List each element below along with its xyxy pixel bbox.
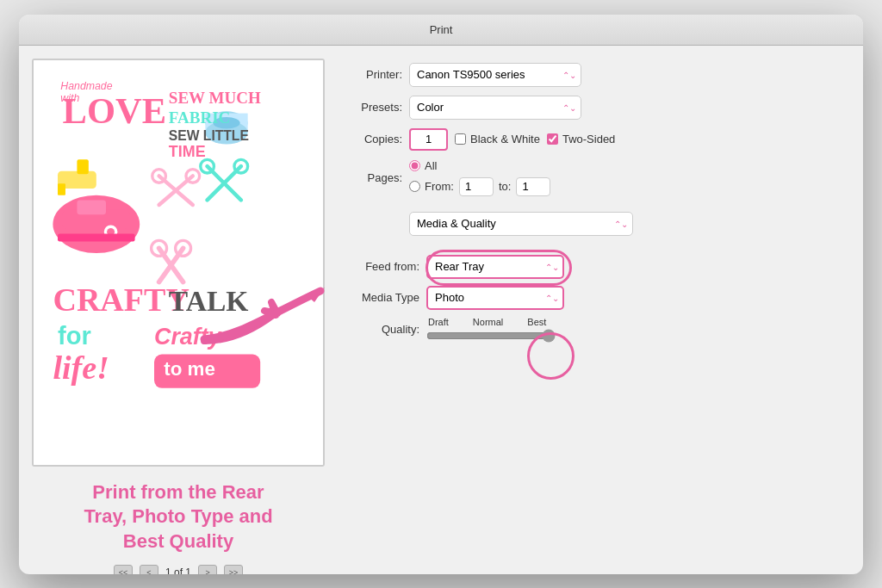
printer-row: Printer: Canon TS9500 series xyxy=(342,63,850,87)
printer-select[interactable]: Canon TS9500 series xyxy=(409,63,581,87)
nav-prev-btn[interactable]: < xyxy=(140,565,158,574)
printer-label: Printer: xyxy=(342,68,402,81)
dialog-title: Print xyxy=(19,15,863,46)
svg-text:Crafty: Crafty xyxy=(154,324,223,350)
media-type-row: Media Type Photo xyxy=(342,286,850,310)
svg-rect-23 xyxy=(77,159,88,174)
bw-checkbox[interactable] xyxy=(455,133,466,145)
media-type-label: Media Type xyxy=(342,291,419,304)
media-type-select[interactable]: Photo xyxy=(426,286,564,310)
pages-from-label: From: xyxy=(409,180,454,193)
pages-all-label: All xyxy=(409,159,550,172)
quality-labels: Draft Normal Best xyxy=(428,317,556,327)
svg-text:Handmade: Handmade xyxy=(60,79,112,91)
quality-row: Quality: Draft Normal Best xyxy=(342,317,850,343)
pages-to-text: to: xyxy=(499,180,511,193)
print-dialog: Print LOVE Handmade with xyxy=(19,15,863,574)
media-quality-row: Media & Quality xyxy=(409,212,850,236)
svg-text:SEW MUCH: SEW MUCH xyxy=(169,89,261,107)
svg-text:with: with xyxy=(60,92,79,104)
quality-normal: Normal xyxy=(473,317,503,327)
feed-from-label: Feed from: xyxy=(342,260,419,273)
presets-row: Presets: Color xyxy=(342,96,850,120)
svg-text:life!: life! xyxy=(53,349,109,385)
pages-all-radio[interactable] xyxy=(409,160,420,171)
preview-panel: LOVE Handmade with xyxy=(32,59,325,574)
feed-select[interactable]: Rear Tray xyxy=(426,255,564,279)
svg-text:TIME: TIME xyxy=(169,142,206,159)
quality-best: Best xyxy=(527,317,546,327)
presets-select-wrapper: Color xyxy=(409,96,581,120)
nav-next-btn[interactable]: > xyxy=(198,565,217,574)
media-quality-wrapper: Media & Quality xyxy=(409,212,633,236)
copies-input[interactable] xyxy=(409,128,448,151)
pages-all-text: All xyxy=(425,159,437,172)
nav-last-btn[interactable]: >> xyxy=(224,565,243,574)
bw-text: Black & White xyxy=(470,133,540,145)
pages-from-text: From: xyxy=(425,180,454,193)
presets-select[interactable]: Color xyxy=(409,96,581,120)
svg-rect-9 xyxy=(58,233,135,241)
copies-label: Copies: xyxy=(342,133,402,145)
pages-label: Pages: xyxy=(342,171,402,184)
copies-row: Copies: Black & White Two-Sided xyxy=(342,128,850,151)
quality-draft: Draft xyxy=(428,317,449,327)
media-quality-select[interactable]: Media & Quality xyxy=(409,212,633,236)
quality-slider[interactable] xyxy=(426,329,556,343)
bw-label: Black & White xyxy=(455,133,540,145)
preview-frame: LOVE Handmade with xyxy=(32,59,325,467)
svg-text:TALK: TALK xyxy=(169,285,249,317)
annotation-text: Print from the RearTray, Photo Type andB… xyxy=(32,480,325,554)
pages-row: Pages: All From: to: xyxy=(342,159,850,196)
svg-text:for: for xyxy=(58,322,91,350)
feed-select-wrapper: Rear Tray xyxy=(426,255,564,279)
page-indicator: 1 of 1 xyxy=(165,566,191,574)
presets-label: Presets: xyxy=(342,101,402,114)
svg-rect-24 xyxy=(58,183,65,195)
pages-from-radio[interactable] xyxy=(409,181,420,192)
settings-panel: Printer: Canon TS9500 series Presets: Co… xyxy=(342,59,850,574)
nav-first-btn[interactable]: << xyxy=(114,565,133,574)
two-sided-text: Two-Sided xyxy=(562,133,615,145)
two-sided-label: Two-Sided xyxy=(547,133,615,145)
svg-rect-6 xyxy=(77,200,106,214)
quality-label: Quality: xyxy=(342,323,419,336)
svg-text:SEW LITTLE: SEW LITTLE xyxy=(169,127,249,142)
two-sided-checkbox[interactable] xyxy=(547,133,558,145)
pages-to-input[interactable] xyxy=(516,177,550,196)
pages-from-input[interactable] xyxy=(459,177,494,196)
dialog-body: LOVE Handmade with xyxy=(19,46,863,574)
settings-container: Feed from: Rear Tray Media Type Photo xyxy=(342,255,850,343)
media-type-wrapper: Photo xyxy=(426,286,564,310)
feed-from-row: Feed from: Rear Tray xyxy=(342,255,850,279)
preview-controls: << < 1 of 1 > >> xyxy=(32,561,325,574)
printer-select-wrapper: Canon TS9500 series xyxy=(409,63,581,87)
quality-slider-container: Draft Normal Best xyxy=(426,317,556,343)
svg-text:FABRIC: FABRIC xyxy=(169,108,230,126)
svg-text:to me: to me xyxy=(164,358,215,380)
